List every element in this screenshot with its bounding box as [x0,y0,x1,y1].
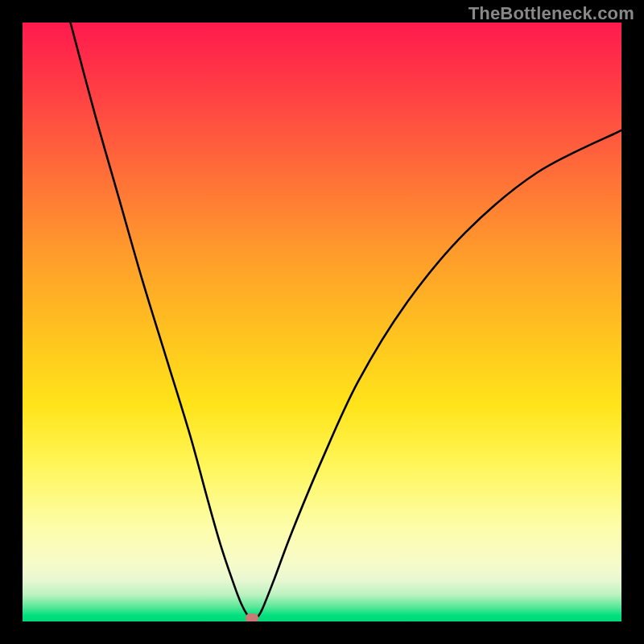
optimal-marker [246,613,258,621]
watermark-text: TheBottleneck.com [469,3,634,24]
curve-svg [23,23,621,621]
chart-frame: TheBottleneck.com [0,0,644,644]
bottleneck-curve [71,23,621,620]
plot-area [23,23,621,621]
